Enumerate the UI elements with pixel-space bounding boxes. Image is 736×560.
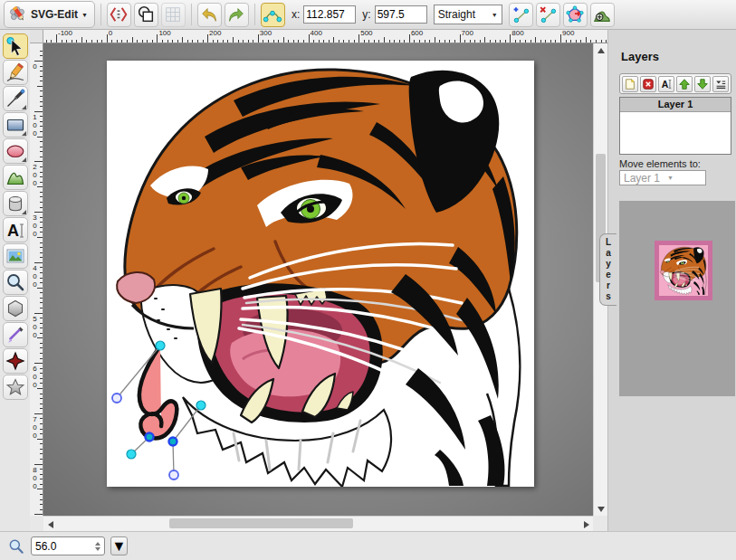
ruler-tick xyxy=(40,449,43,450)
ruler-tick xyxy=(40,101,43,102)
undo-button[interactable] xyxy=(197,3,222,27)
drawing-surface[interactable] xyxy=(107,61,534,487)
rename-layer-button[interactable]: A xyxy=(658,76,674,92)
scroll-left-button[interactable] xyxy=(43,517,57,532)
ruler-tick xyxy=(570,40,571,43)
path-node-selected[interactable] xyxy=(146,433,154,441)
ruler-tick xyxy=(40,121,43,122)
zoom-preset-dropdown-button[interactable]: ▼ xyxy=(110,536,128,555)
layers-tab-handle[interactable]: Layers xyxy=(599,233,617,306)
main-menu-button[interactable]: SVG-Edit ▼ xyxy=(4,1,95,28)
tool-polygon-button[interactable] xyxy=(3,296,28,321)
toolbar-separator xyxy=(191,4,192,25)
ruler-tick xyxy=(207,34,208,43)
layer-list: Layer 1 xyxy=(619,97,731,155)
svg-text:A: A xyxy=(7,222,19,240)
scroll-down-button[interactable] xyxy=(594,502,608,516)
ruler-tick xyxy=(40,176,43,177)
ruler-tick xyxy=(81,37,82,43)
document-properties-button[interactable] xyxy=(134,3,158,27)
x-coordinate-input[interactable] xyxy=(303,5,356,24)
zoom-input[interactable] xyxy=(35,540,73,553)
ruler-tick xyxy=(480,40,481,43)
hexagon-icon xyxy=(5,298,26,319)
new-layer-button[interactable] xyxy=(622,76,638,92)
tool-image-button[interactable] xyxy=(3,243,28,269)
right-arrow-icon xyxy=(584,521,593,528)
layers-panel-title: Layers xyxy=(621,50,659,63)
path-node-selected[interactable] xyxy=(169,438,177,446)
tool-text-button[interactable]: A xyxy=(3,217,28,242)
source-dialog-button[interactable] xyxy=(107,3,131,27)
ruler-tick xyxy=(40,81,43,81)
fit-to-canvas-button[interactable] xyxy=(590,3,615,27)
scroll-right-button[interactable] xyxy=(579,517,593,532)
ruler-tick xyxy=(40,272,43,273)
ruler-tick xyxy=(253,40,253,43)
ruler-tick xyxy=(40,252,43,253)
ruler-tick xyxy=(40,182,43,183)
delete-layer-button[interactable] xyxy=(640,76,656,92)
segment-type-select[interactable]: Straight ▼ xyxy=(434,5,502,24)
tool-line-button[interactable] xyxy=(3,86,28,111)
layer-menu-button[interactable] xyxy=(712,76,729,92)
move-layer-down-button[interactable] xyxy=(694,76,711,92)
ruler-tick xyxy=(40,378,43,379)
move-layer-up-button[interactable] xyxy=(676,76,693,92)
move-target-select[interactable]: Layer 1 ▼ xyxy=(619,170,706,185)
ruler-tick xyxy=(40,494,43,495)
tool-red-diamond-button[interactable] xyxy=(3,348,28,374)
layer-buttons-row: A xyxy=(619,73,731,94)
delete-node-button[interactable] xyxy=(536,3,560,27)
ruler-tick xyxy=(425,40,425,43)
control-point[interactable] xyxy=(169,470,178,479)
tool-shape-library-button[interactable] xyxy=(3,191,28,216)
ruler-tick xyxy=(333,37,334,43)
add-node-button[interactable] xyxy=(509,3,533,27)
edit-path-mode-button[interactable] xyxy=(261,3,285,27)
ruler-tick xyxy=(40,66,43,67)
tool-path-button[interactable] xyxy=(3,165,28,190)
path-node[interactable] xyxy=(127,450,136,459)
grid-button[interactable] xyxy=(161,3,186,27)
ruler-tick xyxy=(34,262,43,263)
zoom-spinner[interactable] xyxy=(95,539,100,554)
open-path-button[interactable] xyxy=(563,3,588,27)
new-layer-icon xyxy=(624,78,636,90)
tool-pencil-button[interactable] xyxy=(3,60,28,85)
tool-ellipse-button[interactable] xyxy=(3,138,28,164)
down-arrow-icon xyxy=(597,507,605,516)
path-node[interactable] xyxy=(156,341,165,350)
canvas[interactable] xyxy=(107,61,534,487)
layer-row[interactable]: Layer 1 xyxy=(620,98,731,112)
ruler-label: 0 xyxy=(109,30,112,37)
tool-zoom-button[interactable] xyxy=(3,270,28,295)
ruler-tick xyxy=(323,40,324,43)
ruler-tick xyxy=(40,298,43,299)
ruler-tick xyxy=(40,484,43,485)
source-code-icon xyxy=(109,5,129,24)
tool-star-button[interactable] xyxy=(3,375,28,400)
ruler-label: 300 xyxy=(31,214,38,238)
ruler-tick xyxy=(37,86,43,87)
path-node[interactable] xyxy=(196,401,206,410)
add-node-icon xyxy=(511,5,530,24)
control-point[interactable] xyxy=(112,394,121,403)
ruler-tick xyxy=(40,333,43,334)
ruler-tick xyxy=(40,453,43,454)
scroll-up-button[interactable] xyxy=(594,43,608,57)
tool-eyedropper-button[interactable] xyxy=(3,322,28,347)
y-coordinate-input[interactable] xyxy=(375,5,427,24)
ruler-tick xyxy=(197,40,198,43)
star-icon xyxy=(5,376,26,398)
ruler-tick xyxy=(484,37,485,43)
ruler-tick xyxy=(278,40,279,43)
ruler-tick xyxy=(40,126,43,127)
tool-select-button[interactable] xyxy=(3,33,28,59)
horizontal-scroll-thumb[interactable] xyxy=(169,518,353,528)
ruler-tick xyxy=(368,40,369,43)
ruler-tick xyxy=(40,196,43,197)
ruler-tick xyxy=(40,418,43,419)
tool-rectangle-button[interactable] xyxy=(3,112,28,138)
redo-button[interactable] xyxy=(225,3,249,27)
